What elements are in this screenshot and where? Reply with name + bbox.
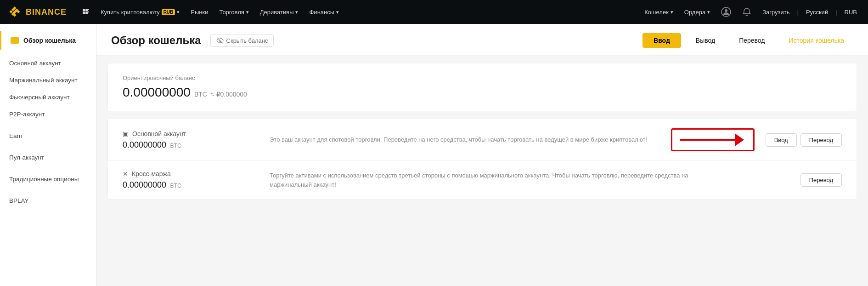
main-account-deposit-button[interactable]: Ввод bbox=[766, 133, 797, 147]
page-title: Обзор кошелька bbox=[111, 34, 201, 47]
history-button[interactable]: История кошелька bbox=[780, 33, 853, 48]
wallet-chevron: ▾ bbox=[671, 9, 673, 15]
balance-card: Ориентировочный баланс 0.00000000 BTC ≈ … bbox=[107, 63, 857, 111]
sidebar: Обзор кошелька Основной аккаунт Маржинал… bbox=[0, 24, 96, 286]
red-arrow-indicator bbox=[671, 128, 755, 151]
nav-upload[interactable]: Загрузить bbox=[759, 7, 793, 17]
hide-balance-button[interactable]: Скрыть баланс bbox=[210, 34, 274, 47]
nav-language[interactable]: Русский bbox=[802, 7, 832, 17]
balance-approx: ≈ ₽0.000000 bbox=[211, 91, 247, 98]
top-navigation: BINANCE Купить криптовалюту RUB ▾ Рынки … bbox=[0, 0, 868, 24]
page-header-left: Обзор кошелька Скрыть баланс bbox=[111, 34, 274, 47]
accounts-section: ▣ Основной аккаунт 0.00000000 BTC Это ва… bbox=[107, 119, 857, 200]
nav-derivatives[interactable]: Деривативы ▾ bbox=[255, 6, 303, 18]
main-account-transfer-button[interactable]: Перевод bbox=[800, 133, 842, 147]
nav-trade[interactable]: Торговля ▾ bbox=[214, 6, 253, 18]
svg-rect-4 bbox=[85, 11, 88, 14]
trade-chevron: ▾ bbox=[246, 9, 249, 15]
balance-btc-amount: 0.00000000 bbox=[123, 85, 191, 100]
red-arrow-body bbox=[680, 139, 735, 141]
binance-logo-icon bbox=[7, 5, 22, 19]
sidebar-item-classic-options[interactable]: Традиционные опционы bbox=[0, 171, 96, 187]
balance-value: 0.00000000 BTC ≈ ₽0.000000 bbox=[123, 85, 842, 100]
rub-badge: RUB bbox=[162, 9, 175, 15]
page-header: Обзор кошелька Скрыть баланс Ввод Вывод … bbox=[96, 24, 868, 56]
sidebar-item-futures-account[interactable]: Фьючерсный аккаунт bbox=[0, 89, 96, 105]
sidebar-active-label: Обзор кошелька bbox=[23, 37, 76, 44]
main-account-name: Основной аккаунт bbox=[132, 130, 186, 137]
nav-right: Кошелек ▾ Ордера ▾ Загрузить | Русский |… bbox=[641, 5, 861, 19]
buy-crypto-chevron: ▾ bbox=[177, 9, 180, 15]
nav-buy-crypto[interactable]: Купить криптовалюту RUB ▾ bbox=[96, 6, 184, 18]
cross-margin-account-balance: 0.00000000 BTC bbox=[123, 180, 251, 190]
nav-divider: | bbox=[797, 9, 799, 16]
red-arrow-outline bbox=[671, 128, 755, 151]
nav-grid-icon[interactable] bbox=[78, 6, 94, 18]
sidebar-item-earn[interactable]: Earn bbox=[0, 128, 96, 144]
page-header-actions: Ввод Вывод Перевод История кошелька bbox=[643, 33, 853, 48]
sidebar-item-p2p-account[interactable]: P2P-аккаунт bbox=[0, 106, 96, 122]
wallet-icon bbox=[11, 37, 19, 44]
cross-margin-transfer-button[interactable]: Перевод bbox=[800, 173, 842, 187]
cross-margin-account-name: Кросс-маржа bbox=[132, 170, 171, 177]
nav-currency[interactable]: RUB bbox=[841, 7, 861, 17]
cross-margin-account-info: ✕ Кросс-маржа 0.00000000 BTC bbox=[123, 170, 251, 190]
cross-margin-account-row: ✕ Кросс-маржа 0.00000000 BTC Торгуйте ак… bbox=[107, 160, 857, 200]
binance-text: BINANCE bbox=[26, 7, 67, 17]
svg-rect-2 bbox=[85, 9, 88, 11]
nav-currency-divider: | bbox=[835, 9, 837, 16]
deposit-button[interactable]: Ввод bbox=[643, 33, 681, 48]
withdraw-button[interactable]: Вывод bbox=[687, 33, 724, 48]
main-account-info: ▣ Основной аккаунт 0.00000000 BTC bbox=[123, 130, 251, 150]
cross-margin-account-icon: ✕ bbox=[123, 170, 128, 177]
nav-wallet[interactable]: Кошелек ▾ bbox=[641, 7, 677, 17]
page-layout: Обзор кошелька Основной аккаунт Маржинал… bbox=[0, 24, 868, 286]
svg-point-8 bbox=[725, 9, 727, 12]
sidebar-item-bplay[interactable]: BPLAY bbox=[0, 193, 96, 209]
svg-rect-6 bbox=[88, 11, 89, 12]
main-account-icon: ▣ bbox=[123, 130, 129, 137]
transfer-button[interactable]: Перевод bbox=[730, 33, 774, 48]
balance-label: Ориентировочный баланс bbox=[123, 74, 842, 81]
nav-finance[interactable]: Финансы ▾ bbox=[304, 6, 344, 18]
main-account-description: Это ваш аккаунт для спотовой торговли. П… bbox=[251, 135, 671, 144]
eye-off-icon bbox=[216, 37, 224, 44]
sidebar-item-pool-account[interactable]: Пул-аккаунт bbox=[0, 149, 96, 166]
sidebar-item-main-account[interactable]: Основной аккаунт bbox=[0, 55, 96, 71]
cross-margin-account-actions: Перевод bbox=[800, 173, 842, 187]
nav-left: Купить криптовалюту RUB ▾ Рынки Торговля… bbox=[78, 6, 641, 18]
finance-chevron: ▾ bbox=[336, 9, 339, 15]
nav-notification-icon[interactable] bbox=[738, 6, 755, 18]
nav-profile-icon[interactable] bbox=[717, 5, 735, 19]
sidebar-item-margin-account[interactable]: Маржинальный аккаунт bbox=[0, 72, 96, 88]
nav-orders[interactable]: Ордера ▾ bbox=[681, 7, 714, 17]
orders-chevron: ▾ bbox=[707, 9, 710, 15]
svg-rect-3 bbox=[83, 11, 85, 14]
main-account-actions: Ввод Перевод bbox=[766, 133, 842, 147]
derivatives-chevron: ▾ bbox=[295, 9, 298, 15]
nav-markets[interactable]: Рынки bbox=[186, 6, 213, 18]
svg-rect-5 bbox=[88, 9, 89, 10]
balance-btc-unit: BTC bbox=[194, 91, 207, 98]
main-content: Обзор кошелька Скрыть баланс Ввод Вывод … bbox=[96, 24, 868, 286]
logo[interactable]: BINANCE bbox=[7, 5, 67, 19]
main-account-balance: 0.00000000 BTC bbox=[123, 140, 251, 150]
sidebar-item-wallet-overview[interactable]: Обзор кошелька bbox=[0, 31, 96, 50]
cross-margin-account-description: Торгуйте активами с использованием средс… bbox=[251, 171, 715, 189]
svg-rect-1 bbox=[83, 9, 85, 11]
main-account-row: ▣ Основной аккаунт 0.00000000 BTC Это ва… bbox=[107, 119, 857, 160]
red-arrow-head bbox=[735, 133, 744, 146]
